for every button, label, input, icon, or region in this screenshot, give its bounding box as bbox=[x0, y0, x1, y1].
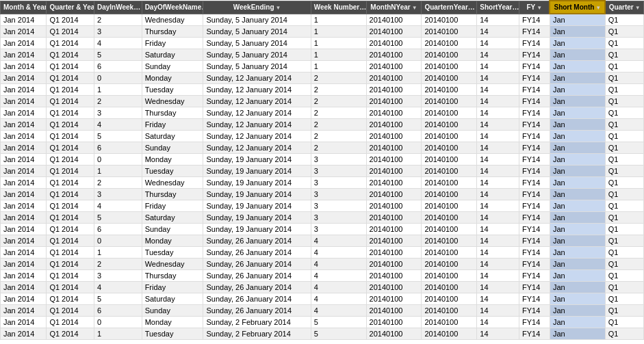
cell-quarter: Q1 2014 bbox=[47, 166, 94, 177]
column-header-dayofweekname[interactable]: DayOfWeekName▼ bbox=[142, 1, 203, 14]
cell-weekending: Sunday, 26 January 2014 bbox=[203, 270, 311, 282]
cell-month: Jan 2014 bbox=[1, 166, 47, 177]
column-header-quarternYear[interactable]: QuarternYear▼ bbox=[422, 1, 477, 14]
column-header-weekending[interactable]: WeekEnding▼ bbox=[203, 1, 311, 14]
cell-shortmonth: Jan bbox=[550, 166, 605, 177]
column-header-month[interactable]: Month & Year▼ bbox=[1, 1, 47, 14]
column-header-quarter[interactable]: Quarter & Year▼ bbox=[47, 1, 94, 14]
cell-dayinweek: 5 bbox=[94, 212, 142, 224]
table-row: Jan 2014Q1 20142WednesdaySunday, 19 Janu… bbox=[1, 177, 644, 189]
cell-weeknumber: 4 bbox=[311, 247, 366, 259]
column-header-dayinweek[interactable]: DayInWeek▼ bbox=[94, 1, 142, 14]
cell-month: Jan 2014 bbox=[1, 212, 47, 224]
cell-shortmonth: Jan bbox=[550, 259, 605, 270]
cell-quarternYear: 20140100 bbox=[422, 235, 477, 247]
cell-quarterend: Q1 bbox=[605, 154, 643, 166]
cell-dayofweekname: Wednesday bbox=[142, 14, 203, 26]
cell-weeknumber: 2 bbox=[311, 142, 366, 154]
cell-month: Jan 2014 bbox=[1, 259, 47, 270]
cell-month: Jan 2014 bbox=[1, 317, 47, 328]
filter-icon-fy[interactable]: ▼ bbox=[537, 5, 542, 11]
cell-fy: FY14 bbox=[519, 270, 550, 282]
cell-dayofweekname: Monday bbox=[142, 72, 203, 84]
column-header-monthnyear[interactable]: MonthNYear▼ bbox=[366, 1, 422, 14]
cell-dayofweekname: Friday bbox=[142, 119, 203, 131]
cell-monthnyear: 20140100 bbox=[366, 49, 422, 61]
cell-dayinweek: 3 bbox=[94, 107, 142, 119]
cell-quarterend: Q1 bbox=[605, 131, 643, 142]
cell-weeknumber: 3 bbox=[311, 189, 366, 200]
cell-shortyear: 14 bbox=[477, 317, 519, 328]
cell-month: Jan 2014 bbox=[1, 270, 47, 282]
filter-icon-weekending[interactable]: ▼ bbox=[276, 5, 281, 11]
cell-dayinweek: 1 bbox=[94, 84, 142, 96]
cell-monthnyear: 20140100 bbox=[366, 189, 422, 200]
cell-quarterend: Q1 bbox=[605, 26, 643, 38]
cell-weeknumber: 2 bbox=[311, 72, 366, 84]
cell-quarter: Q1 2014 bbox=[47, 235, 94, 247]
cell-shortyear: 14 bbox=[477, 270, 519, 282]
cell-weeknumber: 5 bbox=[311, 328, 366, 340]
cell-quarterend: Q1 bbox=[605, 317, 643, 328]
cell-quarternYear: 20140100 bbox=[422, 119, 477, 131]
cell-weekending: Sunday, 12 January 2014 bbox=[203, 142, 311, 154]
cell-shortmonth: Jan bbox=[550, 84, 605, 96]
cell-month: Jan 2014 bbox=[1, 200, 47, 212]
column-header-shortyear[interactable]: ShortYear▼ bbox=[477, 1, 519, 14]
cell-dayinweek: 2 bbox=[94, 177, 142, 189]
cell-quarternYear: 20140100 bbox=[422, 107, 477, 119]
cell-fy: FY14 bbox=[519, 189, 550, 200]
cell-dayofweekname: Thursday bbox=[142, 26, 203, 38]
cell-quarter: Q1 2014 bbox=[47, 61, 94, 72]
cell-shortmonth: Jan bbox=[550, 212, 605, 224]
cell-quarter: Q1 2014 bbox=[47, 270, 94, 282]
cell-quarterend: Q1 bbox=[605, 293, 643, 305]
cell-quarterend: Q1 bbox=[605, 14, 643, 26]
cell-dayofweekname: Thursday bbox=[142, 189, 203, 200]
cell-quarternYear: 20140100 bbox=[422, 49, 477, 61]
cell-quarternYear: 20140100 bbox=[422, 200, 477, 212]
cell-month: Jan 2014 bbox=[1, 96, 47, 107]
cell-shortyear: 14 bbox=[477, 49, 519, 61]
cell-weeknumber: 4 bbox=[311, 235, 366, 247]
cell-quarter: Q1 2014 bbox=[47, 247, 94, 259]
filter-icon-quarterend[interactable]: ▼ bbox=[635, 5, 641, 11]
cell-weekending: Sunday, 26 January 2014 bbox=[203, 305, 311, 317]
cell-month: Jan 2014 bbox=[1, 72, 47, 84]
cell-monthnyear: 20140100 bbox=[366, 84, 422, 96]
table-row: Jan 2014Q1 20141TuesdaySunday, 12 Januar… bbox=[1, 84, 644, 96]
cell-weeknumber: 3 bbox=[311, 212, 366, 224]
data-table-container: Month & Year▼Quarter & Year▼DayInWeek▼Da… bbox=[0, 0, 644, 344]
column-header-shortmonth[interactable]: Short Month▼ bbox=[550, 1, 605, 14]
cell-shortmonth: Jan bbox=[550, 38, 605, 49]
cell-month: Jan 2014 bbox=[1, 328, 47, 340]
cell-monthnyear: 20140100 bbox=[366, 61, 422, 72]
cell-shortmonth: Jan bbox=[550, 328, 605, 340]
cell-quarterend: Q1 bbox=[605, 142, 643, 154]
cell-weekending: Sunday, 2 February 2014 bbox=[203, 328, 311, 340]
cell-shortyear: 14 bbox=[477, 189, 519, 200]
filter-icon-monthnyear[interactable]: ▼ bbox=[412, 5, 417, 11]
cell-shortyear: 14 bbox=[477, 235, 519, 247]
cell-fy: FY14 bbox=[519, 142, 550, 154]
cell-fy: FY14 bbox=[519, 282, 550, 293]
cell-fy: FY14 bbox=[519, 235, 550, 247]
cell-dayinweek: 4 bbox=[94, 282, 142, 293]
filter-icon-shortmonth[interactable]: ▼ bbox=[595, 5, 601, 11]
header-label-quarterend: Quarter bbox=[609, 3, 634, 11]
cell-quarternYear: 20140100 bbox=[422, 154, 477, 166]
cell-shortyear: 14 bbox=[477, 212, 519, 224]
cell-quarter: Q1 2014 bbox=[47, 107, 94, 119]
column-header-quarterend[interactable]: Quarter▼ bbox=[605, 1, 643, 14]
cell-month: Jan 2014 bbox=[1, 119, 47, 131]
cell-weekending: Sunday, 19 January 2014 bbox=[203, 177, 311, 189]
cell-shortyear: 14 bbox=[477, 293, 519, 305]
cell-weekending: Sunday, 19 January 2014 bbox=[203, 166, 311, 177]
cell-fy: FY14 bbox=[519, 107, 550, 119]
column-header-weeknumber[interactable]: Week Number▼ bbox=[311, 1, 366, 14]
cell-month: Jan 2014 bbox=[1, 61, 47, 72]
cell-dayinweek: 4 bbox=[94, 200, 142, 212]
table-row: Jan 2014Q1 20146SundaySunday, 26 January… bbox=[1, 305, 644, 317]
cell-weeknumber: 2 bbox=[311, 131, 366, 142]
column-header-fy[interactable]: FY▼ bbox=[519, 1, 550, 14]
